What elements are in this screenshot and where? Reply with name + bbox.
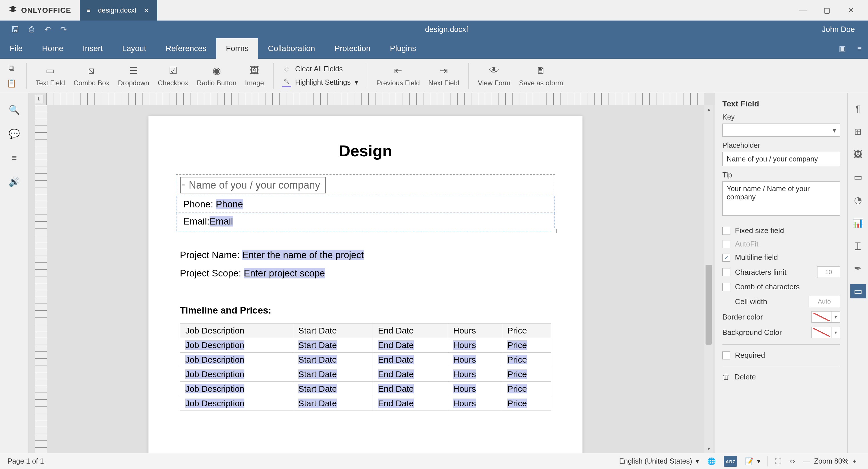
minimize-button[interactable]: — [797, 5, 809, 16]
tip-input[interactable] [722, 181, 840, 216]
zoom-in-button[interactable]: + [848, 453, 861, 469]
language-selector[interactable]: English (United States) ▾ [615, 453, 703, 469]
image-button[interactable]: 🖼 Image [245, 65, 264, 87]
shape-settings-icon[interactable]: ◔ [851, 193, 865, 207]
placeholder-input[interactable] [722, 152, 840, 166]
bg-color-swatch[interactable] [811, 327, 832, 338]
vertical-ruler[interactable] [35, 105, 47, 453]
bg-color-dropdown[interactable]: ▾ [832, 327, 840, 338]
cell-width-spinner[interactable]: Auto [809, 296, 840, 307]
dropdown-button[interactable]: ☰ Dropdown [118, 65, 149, 87]
char-limit-checkbox[interactable]: Characters limit [722, 268, 786, 277]
table-cell[interactable]: Hours [448, 382, 502, 396]
table-cell[interactable]: End Date [373, 338, 448, 353]
menu-home[interactable]: Home [32, 38, 73, 59]
doc-language-icon[interactable]: 🌐 [703, 453, 720, 469]
copy-icon[interactable]: ⧉ [6, 63, 17, 74]
zoom-level[interactable]: Zoom 80% [814, 457, 848, 465]
table-cell[interactable]: Hours [448, 367, 502, 382]
table-cell[interactable]: Price [502, 353, 551, 367]
border-color-swatch[interactable] [811, 311, 832, 323]
menu-references[interactable]: References [156, 38, 216, 59]
table-cell[interactable]: Job Description [180, 367, 293, 382]
table-cell[interactable]: Job Description [180, 382, 293, 396]
table-cell[interactable]: Job Description [180, 396, 293, 411]
table-cell[interactable]: End Date [373, 382, 448, 396]
comments-icon[interactable]: 💬 [7, 127, 22, 141]
combo-box-button[interactable]: ⧅ Combo Box [74, 65, 110, 87]
table-cell[interactable]: Start Date [293, 396, 373, 411]
horizontal-ruler[interactable] [46, 93, 704, 105]
scroll-up-icon[interactable]: ▴ [704, 105, 713, 113]
delete-field-button[interactable]: 🗑 Delete [722, 373, 840, 381]
close-tab-icon[interactable]: × [144, 5, 149, 15]
radio-button-button[interactable]: ◉ Radio Button [197, 65, 237, 87]
paste-icon[interactable]: 📋 [6, 78, 17, 89]
table-cell[interactable]: Price [502, 382, 551, 396]
redo-icon[interactable]: ↷ [55, 23, 71, 36]
table-cell[interactable]: Hours [448, 353, 502, 367]
table-cell[interactable]: Job Description [180, 338, 293, 353]
comb-checkbox[interactable]: Comb of characters [722, 282, 840, 291]
page-indicator[interactable]: Page 1 of 1 [7, 457, 44, 465]
menu-plugins[interactable]: Plugins [380, 38, 426, 59]
headings-icon[interactable]: ≡ [7, 150, 22, 165]
save-as-oform-button[interactable]: 🗎 Save as oform [519, 65, 563, 87]
maximize-button[interactable]: ▢ [821, 5, 833, 16]
table-cell[interactable]: Start Date [293, 338, 373, 353]
project-scope-field[interactable]: Enter project scope [244, 268, 325, 278]
table-cell[interactable]: End Date [373, 353, 448, 367]
vertical-scrollbar[interactable]: ▴ ▾ [704, 105, 713, 453]
document-page[interactable]: Design Name of you / your company Phone:… [149, 116, 583, 453]
border-color-dropdown[interactable]: ▾ [832, 311, 840, 323]
menu-collaboration[interactable]: Collaboration [258, 38, 324, 59]
table-settings-icon[interactable]: ⊞ [851, 124, 865, 139]
image-settings-icon[interactable]: 🖼 [851, 147, 865, 162]
highlight-settings-button[interactable]: ✎ Highlight Settings ▾ [282, 77, 359, 87]
menu-insert[interactable]: Insert [73, 38, 113, 59]
text-field-button[interactable]: ▭ Text Field [36, 65, 65, 87]
company-name-field[interactable]: Name of you / your company [180, 177, 326, 193]
paragraph-settings-icon[interactable]: ¶ [851, 102, 865, 116]
table-cell[interactable]: End Date [373, 367, 448, 382]
chart-settings-icon[interactable]: 📊 [851, 216, 865, 230]
menu-file[interactable]: File [0, 38, 32, 59]
multiline-checkbox[interactable]: ✓Multiline field [722, 253, 840, 262]
phone-field[interactable]: Phone [216, 199, 243, 209]
table-cell[interactable]: End Date [373, 396, 448, 411]
feedback-icon[interactable]: 🔊 [7, 175, 22, 189]
open-location-icon[interactable]: ▣ [834, 38, 851, 59]
undo-icon[interactable]: ↶ [39, 23, 55, 36]
table-cell[interactable]: Hours [448, 338, 502, 353]
table-cell[interactable]: Hours [448, 396, 502, 411]
print-icon[interactable]: ⎙ [23, 23, 39, 36]
next-field-button[interactable]: ⇥ Next Field [428, 65, 459, 87]
table-cell[interactable]: Start Date [293, 353, 373, 367]
track-changes-icon[interactable]: 📝▾ [741, 453, 765, 469]
signature-settings-icon[interactable]: ✒ [851, 261, 865, 276]
required-checkbox[interactable]: Required [722, 351, 840, 360]
view-form-button[interactable]: 👁 View Form [478, 65, 510, 87]
checkbox-button[interactable]: ☑ Checkbox [158, 65, 188, 87]
search-icon[interactable]: 🔍 [7, 103, 22, 117]
fit-page-icon[interactable]: ⛶ [771, 453, 785, 469]
document-tab[interactable]: ≡ design.docxf × [80, 0, 157, 21]
save-icon[interactable]: 🖫 [7, 23, 23, 36]
ruler-origin[interactable]: L [35, 95, 43, 103]
user-name[interactable]: John Doe [822, 25, 861, 34]
menu-protection[interactable]: Protection [324, 38, 380, 59]
table-cell[interactable]: Start Date [293, 382, 373, 396]
char-limit-spinner[interactable]: 10 [817, 266, 840, 278]
form-settings-icon[interactable]: ▭ [850, 284, 866, 298]
fixed-size-checkbox[interactable]: Fixed size field [722, 226, 840, 235]
close-window-button[interactable]: ✕ [845, 5, 857, 16]
table-cell[interactable]: Start Date [293, 367, 373, 382]
scroll-down-icon[interactable]: ▾ [704, 444, 713, 453]
header-footer-icon[interactable]: ▭ [851, 170, 865, 184]
table-cell[interactable]: Job Description [180, 353, 293, 367]
previous-field-button[interactable]: ⇤ Previous Field [376, 65, 420, 87]
textart-settings-icon[interactable]: T [851, 238, 865, 253]
table-cell[interactable]: Price [502, 396, 551, 411]
key-select[interactable] [722, 124, 840, 137]
zoom-out-button[interactable]: — [799, 453, 814, 469]
